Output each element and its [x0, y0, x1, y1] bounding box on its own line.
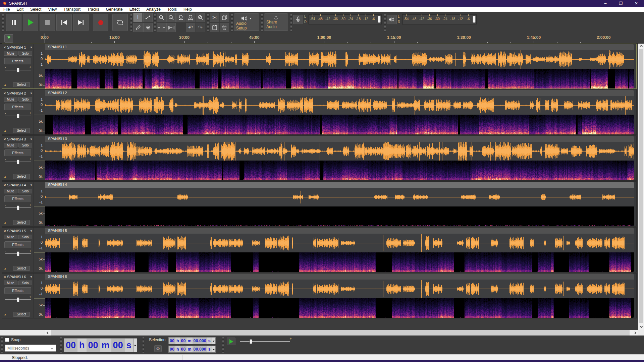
- draw-tool-button[interactable]: [133, 23, 143, 32]
- mute-button[interactable]: Mute: [4, 281, 17, 285]
- spectrogram-view[interactable]: [45, 115, 634, 134]
- waveform-view[interactable]: [45, 96, 634, 115]
- time-segment[interactable]: 00.000: [193, 346, 207, 352]
- envelope-tool-button[interactable]: [143, 13, 153, 22]
- menu-generate[interactable]: Generate: [103, 7, 126, 12]
- gain-slider-track[interactable]: [5, 162, 31, 162]
- select-button[interactable]: Select: [13, 82, 30, 87]
- collapse-button[interactable]: ▲: [4, 267, 7, 270]
- gain-slider-thumb[interactable]: [17, 114, 19, 118]
- select-button[interactable]: Select: [13, 128, 30, 133]
- audio-clip[interactable]: SPANISH 5: [45, 228, 634, 272]
- gain-slider-thumb[interactable]: [17, 205, 19, 210]
- gain-slider-track[interactable]: [5, 253, 31, 254]
- select-button[interactable]: Select: [13, 312, 30, 317]
- solo-button[interactable]: Solo: [18, 97, 32, 102]
- play-button[interactable]: [23, 14, 38, 31]
- spectrogram-view[interactable]: [45, 161, 634, 180]
- cut-button[interactable]: ✂: [210, 13, 219, 22]
- time-segment[interactable]: 00: [64, 339, 77, 352]
- play-at-speed-button[interactable]: [227, 338, 235, 345]
- time-segment[interactable]: m: [186, 346, 192, 352]
- play-speed-slider[interactable]: – +: [238, 338, 292, 345]
- menu-tracks[interactable]: Tracks: [84, 7, 103, 12]
- scroll-left-arrow[interactable]: [45, 330, 51, 336]
- solo-button[interactable]: Solo: [18, 235, 32, 239]
- audio-clip[interactable]: SPANISH 3: [45, 136, 634, 180]
- time-segment[interactable]: h: [175, 338, 180, 344]
- gain-slider[interactable]: - +: [4, 204, 32, 210]
- clip-title[interactable]: SPANISH 6: [45, 274, 634, 280]
- waveform-view[interactable]: [45, 50, 634, 69]
- horizontal-scrollbar[interactable]: [0, 330, 644, 336]
- pinned-play-head-button[interactable]: [4, 34, 13, 43]
- track-content[interactable]: SPANISH 6: [45, 274, 636, 318]
- track-close-button[interactable]: ✕: [3, 229, 7, 233]
- snap-mode-select[interactable]: Milliseconds: [5, 345, 56, 352]
- gain-slider[interactable]: - +: [4, 66, 32, 72]
- menu-effect[interactable]: Effect: [126, 7, 143, 12]
- track-content[interactable]: SPANISH 4: [45, 182, 636, 226]
- selection-start-field[interactable]: 00h00m00.000s: [168, 337, 216, 344]
- horizontal-scrollbar-thumb[interactable]: [51, 330, 630, 336]
- track-name[interactable]: SPANISH 4: [7, 183, 30, 187]
- pause-button[interactable]: [6, 14, 21, 31]
- toolbar-grip[interactable]: [231, 13, 233, 32]
- toolbar-grip[interactable]: [154, 13, 156, 32]
- waveform-view[interactable]: [45, 234, 634, 252]
- spectrogram-view[interactable]: [45, 69, 634, 88]
- collapse-button[interactable]: ▲: [4, 313, 7, 316]
- zoom-selection-button[interactable]: [176, 13, 185, 22]
- toolbar-grip[interactable]: [143, 337, 144, 353]
- toolbar-grip[interactable]: [222, 337, 224, 353]
- collapse-button[interactable]: ▲: [4, 129, 7, 132]
- audio-clip[interactable]: SPANISH 6: [45, 274, 634, 318]
- waveform-view[interactable]: [45, 142, 634, 161]
- timeline-ruler[interactable]: 0:0015:0030:0045:001:00:001:15:001:30:00…: [0, 34, 644, 44]
- gain-slider[interactable]: - +: [4, 112, 32, 118]
- record-meter[interactable]: LR -54-48-42-36-30-24-18-12-6: [293, 14, 382, 24]
- spectrogram-view[interactable]: [45, 206, 634, 226]
- track-menu-dropdown-icon[interactable]: ▼: [30, 92, 33, 95]
- effects-button[interactable]: Effects: [4, 58, 31, 64]
- collapse-button[interactable]: ▲: [4, 83, 7, 86]
- skip-to-end-button[interactable]: [73, 14, 89, 31]
- share-audio-button[interactable]: Share Audio: [264, 13, 288, 31]
- copy-button[interactable]: [220, 13, 229, 22]
- menu-analyze[interactable]: Analyze: [143, 7, 164, 12]
- toolbar-grip[interactable]: [207, 13, 209, 32]
- toolbar-grip[interactable]: [261, 13, 263, 32]
- scroll-right-arrow[interactable]: [632, 330, 638, 336]
- track-name[interactable]: SPANISH 1: [7, 45, 30, 49]
- audio-position-field[interactable]: 00h00m00s: [64, 338, 137, 352]
- menu-tools[interactable]: Tools: [164, 7, 180, 12]
- loop-button[interactable]: [112, 14, 128, 31]
- time-segment[interactable]: h: [175, 346, 180, 352]
- clip-title[interactable]: SPANISH 1: [45, 44, 634, 50]
- mute-button[interactable]: Mute: [4, 235, 17, 239]
- track-close-button[interactable]: ✕: [3, 275, 7, 279]
- menu-view[interactable]: View: [45, 7, 60, 12]
- toolbar-grip[interactable]: [384, 13, 386, 32]
- track-content[interactable]: SPANISH 2: [45, 90, 636, 134]
- effects-button[interactable]: Effects: [4, 241, 31, 248]
- restore-button[interactable]: ❐: [613, 0, 629, 7]
- track-close-button[interactable]: ✕: [3, 46, 7, 49]
- gain-slider-track[interactable]: [5, 116, 31, 116]
- time-segment[interactable]: 00: [180, 338, 187, 344]
- select-button[interactable]: Select: [13, 220, 30, 225]
- audio-clip[interactable]: SPANISH 1: [45, 44, 634, 88]
- menu-select[interactable]: Select: [27, 7, 45, 12]
- playback-meter[interactable]: LR -54-48-42-36-30-24-18-12-6: [387, 14, 477, 24]
- scroll-up-arrow[interactable]: [638, 44, 644, 49]
- time-segment[interactable]: 00: [180, 346, 187, 352]
- menu-transport[interactable]: Transport: [60, 7, 84, 12]
- spectrogram-view[interactable]: [45, 252, 634, 272]
- clip-title[interactable]: SPANISH 5: [45, 228, 634, 234]
- solo-button[interactable]: Solo: [18, 281, 32, 285]
- solo-button[interactable]: Solo: [18, 51, 32, 56]
- track-content[interactable]: SPANISH 5: [45, 228, 636, 272]
- menu-file[interactable]: File: [0, 7, 13, 12]
- time-segment[interactable]: 00: [169, 338, 175, 344]
- mute-button[interactable]: Mute: [4, 97, 17, 102]
